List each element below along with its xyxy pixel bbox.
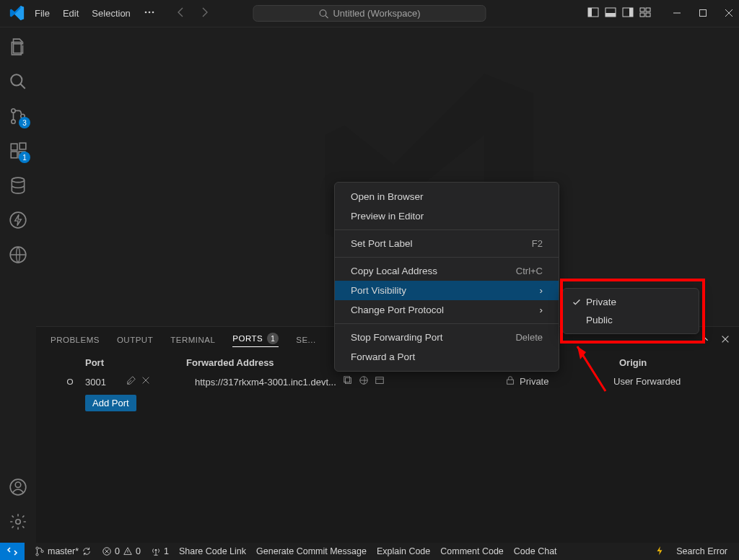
header-port: Port xyxy=(85,357,186,368)
svg-rect-13 xyxy=(640,13,644,17)
command-center[interactable]: Untitled (Workspace) xyxy=(253,5,486,22)
visibility-submenu: Private Public xyxy=(562,288,699,334)
status-bar: master* 0 0 1 Share Code Link Generate C… xyxy=(0,543,739,560)
svg-point-52 xyxy=(41,550,43,552)
add-port-button[interactable]: Add Port xyxy=(85,395,136,411)
menu-more-icon[interactable] xyxy=(144,6,155,20)
port-row[interactable]: 3001 https://317rkxm4-3001.inc1.devt... … xyxy=(36,372,739,390)
minimize-icon[interactable] xyxy=(673,7,681,20)
menu-file[interactable]: File xyxy=(35,8,50,19)
svg-rect-11 xyxy=(640,8,644,12)
port-delete-icon[interactable] xyxy=(141,375,151,388)
branch-icon xyxy=(35,546,45,556)
sync-icon xyxy=(82,546,92,556)
tab-terminal[interactable]: TERMINAL xyxy=(170,336,215,344)
sb-explain[interactable]: Explain Code xyxy=(377,546,430,556)
source-control-icon[interactable]: 3 xyxy=(7,105,29,127)
layout-controls xyxy=(587,6,651,21)
submenu-private[interactable]: Private xyxy=(563,293,699,311)
preview-icon[interactable] xyxy=(375,375,385,388)
tab-ports[interactable]: PORTS 1 xyxy=(232,333,279,347)
panel-close-icon[interactable] xyxy=(720,334,730,346)
nav-back-icon[interactable] xyxy=(175,6,187,21)
account-icon[interactable] xyxy=(7,476,29,498)
sb-search-error[interactable]: Search Error xyxy=(676,546,727,556)
svg-point-2 xyxy=(152,12,154,14)
search-activity-icon[interactable] xyxy=(7,71,29,92)
svg-rect-41 xyxy=(346,378,351,384)
separator xyxy=(335,323,559,324)
svg-rect-47 xyxy=(507,380,514,384)
svg-point-33 xyxy=(15,482,21,488)
ctx-stop-forwarding[interactable]: Stop Forwarding PortDelete xyxy=(335,328,559,347)
svg-line-21 xyxy=(20,84,25,89)
nav-forward-icon[interactable] xyxy=(198,6,210,21)
svg-point-37 xyxy=(68,379,73,384)
chevron-right-icon: › xyxy=(540,305,543,315)
title-bar: File Edit Selection Untitled (Workspace) xyxy=(0,0,739,27)
tab-problems[interactable]: PROBLEMS xyxy=(51,336,100,344)
ctx-open-browser[interactable]: Open in Browser xyxy=(335,187,559,206)
sb-share-link[interactable]: Share Code Link xyxy=(179,546,246,556)
titlebar-right xyxy=(587,6,733,21)
svg-point-23 xyxy=(12,120,15,123)
panel-maximize-icon[interactable] xyxy=(700,334,710,346)
visibility-lock-icon xyxy=(505,375,515,388)
port-number: 3001 xyxy=(85,377,106,388)
layout-left-icon[interactable] xyxy=(587,6,599,21)
svg-point-0 xyxy=(145,12,147,14)
check-icon xyxy=(572,297,586,307)
submenu-public[interactable]: Public xyxy=(563,311,699,329)
chevron-right-icon: › xyxy=(540,285,543,296)
menu-edit[interactable]: Edit xyxy=(63,8,79,19)
activity-bar: 3 1 xyxy=(0,27,36,543)
menu-selection[interactable]: Selection xyxy=(92,8,130,19)
svg-rect-28 xyxy=(19,143,26,149)
header-origin: Origin xyxy=(619,357,725,368)
thunder-icon[interactable] xyxy=(7,209,29,231)
ctx-set-label[interactable]: Set Port LabelF2 xyxy=(335,234,559,253)
ctx-copy-local[interactable]: Copy Local AddressCtrl+C xyxy=(335,261,559,281)
spark-icon[interactable] xyxy=(655,546,665,558)
sb-commit-msg[interactable]: Generate Commit Message xyxy=(256,546,367,556)
radio-tower-icon xyxy=(151,546,161,556)
open-browser-icon[interactable] xyxy=(359,375,369,388)
ctx-change-protocol[interactable]: Change Port Protocol› xyxy=(335,300,559,320)
svg-rect-26 xyxy=(11,152,17,158)
database-icon[interactable] xyxy=(7,175,29,196)
svg-rect-45 xyxy=(376,377,384,384)
sb-chat[interactable]: Code Chat xyxy=(514,546,557,556)
sb-errors[interactable]: 0 0 xyxy=(102,546,141,556)
keycap-f2: F2 xyxy=(532,238,543,249)
copy-address-icon[interactable] xyxy=(343,375,353,388)
globe-icon[interactable] xyxy=(7,244,29,266)
close-icon[interactable] xyxy=(725,7,733,20)
svg-rect-6 xyxy=(588,8,592,17)
forwarded-address: https://317rkxm4-3001.inc1.devt... xyxy=(195,377,336,388)
ctx-port-visibility[interactable]: Port Visibility› xyxy=(335,281,559,300)
settings-gear-icon[interactable] xyxy=(7,511,29,533)
maximize-icon[interactable] xyxy=(699,7,707,20)
main-menu: File Edit Selection xyxy=(35,6,155,20)
explorer-icon[interactable] xyxy=(7,36,29,58)
layout-bottom-icon[interactable] xyxy=(605,6,616,21)
command-center-text: Untitled (Workspace) xyxy=(333,8,420,19)
port-label-icon[interactable] xyxy=(126,375,136,388)
tab-extra[interactable]: SE... xyxy=(296,336,315,344)
ctx-preview-editor[interactable]: Preview in Editor xyxy=(335,206,559,226)
svg-point-29 xyxy=(12,178,24,183)
remote-indicator[interactable] xyxy=(0,543,25,560)
sb-ports-status[interactable]: 1 xyxy=(151,546,169,556)
sb-branch[interactable]: master* xyxy=(35,546,92,556)
origin-value: User Forwarded xyxy=(613,376,681,387)
layout-customize-icon[interactable] xyxy=(639,6,651,21)
sb-comment[interactable]: Comment Code xyxy=(440,546,504,556)
layout-right-icon[interactable] xyxy=(622,6,634,21)
search-icon xyxy=(318,9,328,19)
tab-output[interactable]: OUTPUT xyxy=(117,336,153,344)
svg-rect-42 xyxy=(344,377,350,382)
svg-rect-16 xyxy=(700,9,707,16)
svg-rect-14 xyxy=(646,13,650,17)
ctx-forward-port[interactable]: Forward a Port xyxy=(335,347,559,367)
extensions-icon[interactable]: 1 xyxy=(7,140,29,162)
